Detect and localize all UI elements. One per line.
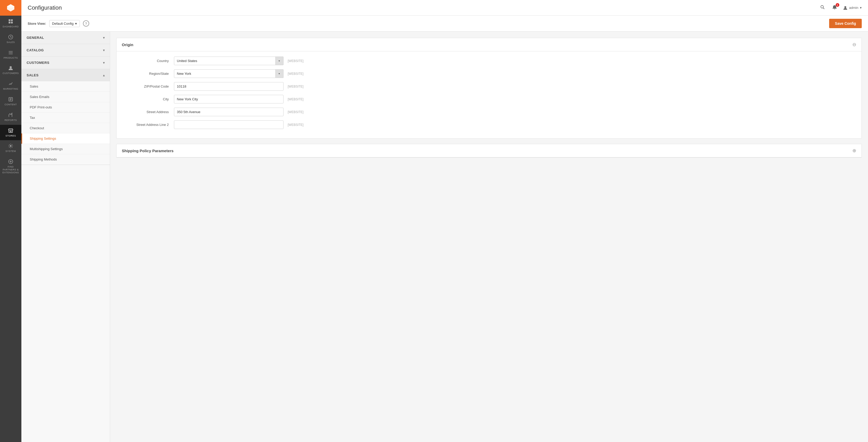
sidebar-item-products[interactable]: Products [0,47,21,63]
shipping-policy-title: Shipping Policy Parameters [122,148,174,153]
nav-item-shipping-methods[interactable]: Shipping Methods [21,154,110,165]
general-label: General [27,36,44,40]
sidebar-item-stores[interactable]: Stores [0,125,21,140]
nav-item-checkout[interactable]: Checkout [21,123,110,133]
sidebar-label-system: System [5,150,16,153]
city-label: City [122,97,174,101]
shipping-policy-block: Shipping Policy Parameters ⊕ [116,144,862,158]
config-section-header-sales[interactable]: Sales ▴ [21,69,110,81]
save-config-button[interactable]: Save Config [829,19,862,28]
origin-collapse-icon: ⊖ [852,42,856,47]
customers-label: Customers [27,61,49,65]
street-line2-field [174,121,283,129]
country-select-wrapper: United States ▾ [174,57,283,65]
region-field: New York ▾ [174,69,283,78]
city-side-label: [WEBSITE] [288,98,309,101]
notification-badge: 1 [836,3,839,7]
sales-label: Sales [27,73,39,77]
config-section-general: General ▾ [21,32,110,44]
config-section-header-catalog[interactable]: Catalog ▾ [21,44,110,56]
form-row-region: Region/State New York ▾ [WEBSITE] [122,69,856,78]
nav-item-multishipping-settings[interactable]: Multishipping Settings [21,144,110,154]
svg-point-10 [844,6,846,8]
search-button[interactable] [819,4,826,12]
general-chevron: ▾ [103,36,105,40]
zip-side-label: [WEBSITE] [288,85,309,88]
svg-rect-1 [11,19,13,21]
config-section-header-customers[interactable]: Customers ▾ [21,57,110,69]
sidebar-item-customers[interactable]: Customers [0,62,21,78]
app-logo[interactable] [0,0,21,15]
form-row-country: Country United States ▾ [WEBSITE] [122,57,856,65]
config-section-sales: Sales ▴ Sales Sales Emails PDF Print-out… [21,69,110,165]
origin-block-body: Country United States ▾ [WEBSITE] [117,52,862,138]
street-line2-input[interactable] [174,121,283,129]
main-area: Configuration 1 admin ▾ [21,0,868,442]
config-section-header-general[interactable]: General ▾ [21,32,110,44]
sidebar-label-marketing: Marketing [3,88,18,91]
street-input[interactable] [174,108,283,116]
sidebar-item-system[interactable]: System [0,140,21,156]
country-select[interactable]: United States [174,57,283,65]
svg-point-5 [10,66,12,68]
sidebar-item-find-partners[interactable]: Find Partners & Extensions [0,156,21,177]
zip-field [174,82,283,91]
svg-rect-3 [11,22,13,24]
search-icon [820,5,825,10]
config-section-catalog: Catalog ▾ [21,44,110,57]
svg-rect-2 [9,22,10,24]
region-label: Region/State [122,72,174,76]
config-section-customers: Customers ▾ [21,57,110,69]
origin-block: Origin ⊖ Country United States ▾ [116,38,862,139]
sidebar-label-products: Products [4,57,18,60]
street-side-label: [WEBSITE] [288,110,309,114]
sidebar-item-reports[interactable]: Reports [0,109,21,125]
admin-label: admin [849,6,858,10]
sidebar-item-sales[interactable]: Sales [0,31,21,47]
city-input[interactable] [174,95,283,103]
customers-chevron: ▾ [103,61,105,65]
help-icon[interactable]: ? [83,20,89,27]
street-line2-side-label: [WEBSITE] [288,123,309,127]
content-area: General ▾ Catalog ▾ Customers ▾ Sales [21,32,868,442]
zip-input[interactable] [174,82,283,91]
city-field [174,95,283,103]
region-select[interactable]: New York [174,69,283,78]
country-field: United States ▾ [174,57,283,65]
sidebar-item-content[interactable]: Content [0,94,21,109]
nav-item-sales[interactable]: Sales [21,81,110,92]
nav-item-tax[interactable]: Tax [21,112,110,123]
nav-item-shipping-settings[interactable]: Shipping Settings [21,133,110,144]
nav-item-pdf-print-outs[interactable]: PDF Print-outs [21,102,110,112]
store-view-row: Store View: Default Config ▾ ? [28,20,89,27]
street-field [174,108,283,116]
zip-label: ZIP/Postal Code [122,84,174,88]
right-panel: Origin ⊖ Country United States ▾ [110,32,868,442]
sidebar-item-marketing[interactable]: Marketing [0,78,21,94]
notifications-button[interactable]: 1 [831,4,838,12]
nav-item-sales-emails[interactable]: Sales Emails [21,92,110,102]
origin-block-header[interactable]: Origin ⊖ [117,38,862,52]
help-label: ? [85,22,87,26]
street-line2-label: Street Address Line 2 [122,123,174,127]
country-label: Country [122,59,174,63]
shipping-policy-block-header[interactable]: Shipping Policy Parameters ⊕ [117,144,862,158]
sales-chevron: ▴ [103,73,105,77]
region-select-wrapper: New York ▾ [174,69,283,78]
admin-dropdown-arrow: ▾ [860,6,862,10]
sidebar-label-dashboard: Dashboard [3,25,19,28]
store-view-value: Default Config [52,22,73,26]
sidebar-item-dashboard[interactable]: Dashboard [0,15,21,31]
origin-title: Origin [122,42,133,47]
left-nav-panel: General ▾ Catalog ▾ Customers ▾ Sales [21,32,110,442]
sales-sub-items: Sales Sales Emails PDF Print-outs Tax Ch… [21,81,110,165]
sidebar-label-content: Content [5,103,17,106]
catalog-chevron: ▾ [103,48,105,52]
store-view-select[interactable]: Default Config ▾ [49,20,80,27]
svg-point-7 [10,145,11,147]
form-row-street-line2: Street Address Line 2 [WEBSITE] [122,121,856,129]
shipping-policy-collapse-icon: ⊕ [852,148,856,154]
admin-user-menu[interactable]: admin ▾ [843,5,862,10]
header-actions: 1 admin ▾ [819,4,862,12]
toolbar: Store View: Default Config ▾ ? Save Conf… [21,15,868,32]
